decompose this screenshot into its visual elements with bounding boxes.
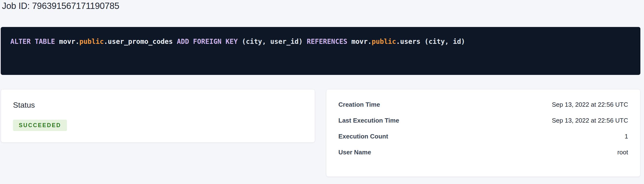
sql-token: (city, user_id) <box>242 38 307 46</box>
sql-token: movr <box>352 38 368 46</box>
detail-row-execution-count: Execution Count 1 <box>338 128 628 144</box>
sql-token: . <box>76 38 80 46</box>
sql-token: public <box>80 38 104 46</box>
detail-label: User Name <box>338 148 371 156</box>
detail-label: Last Execution Time <box>338 117 399 124</box>
detail-value: Sep 13, 2022 at 22:56 UTC <box>552 117 628 124</box>
detail-value: 1 <box>625 133 628 140</box>
page-title: Job ID: 796391567171190785 <box>2 1 644 11</box>
sql-token: ALTER TABLE <box>10 38 59 46</box>
status-badge: SUCCEEDED <box>13 120 67 131</box>
sql-statement-box: ALTER TABLE movr.public.user_promo_codes… <box>1 27 640 75</box>
sql-token: REFERENCES <box>307 38 352 46</box>
sql-token: . <box>368 38 372 46</box>
details-card: Creation Time Sep 13, 2022 at 22:56 UTC … <box>326 89 640 177</box>
detail-row-last-execution-time: Last Execution Time Sep 13, 2022 at 22:5… <box>338 112 628 128</box>
sql-token: public <box>372 38 396 46</box>
job-details-page: Job ID: 796391567171190785 ALTER TABLE m… <box>0 1 644 184</box>
detail-row-user-name: User Name root <box>338 144 628 160</box>
sql-statement: ALTER TABLE movr.public.user_promo_codes… <box>10 38 465 46</box>
sql-token: .user_promo_codes <box>104 38 177 46</box>
detail-row-creation-time: Creation Time Sep 13, 2022 at 22:56 UTC <box>338 96 628 112</box>
summary-cards-row: Status SUCCEEDED Creation Time Sep 13, 2… <box>1 89 640 177</box>
sql-token: ADD FOREIGN KEY <box>177 38 242 46</box>
detail-label: Creation Time <box>338 101 380 108</box>
sql-token: .users <box>396 38 424 46</box>
detail-label: Execution Count <box>338 133 388 140</box>
status-card: Status SUCCEEDED <box>1 89 315 142</box>
sql-token: (city, id) <box>424 38 465 46</box>
status-card-title: Status <box>13 100 303 110</box>
detail-value: root <box>617 148 628 156</box>
sql-token: movr <box>59 38 75 46</box>
detail-value: Sep 13, 2022 at 22:56 UTC <box>552 101 628 108</box>
